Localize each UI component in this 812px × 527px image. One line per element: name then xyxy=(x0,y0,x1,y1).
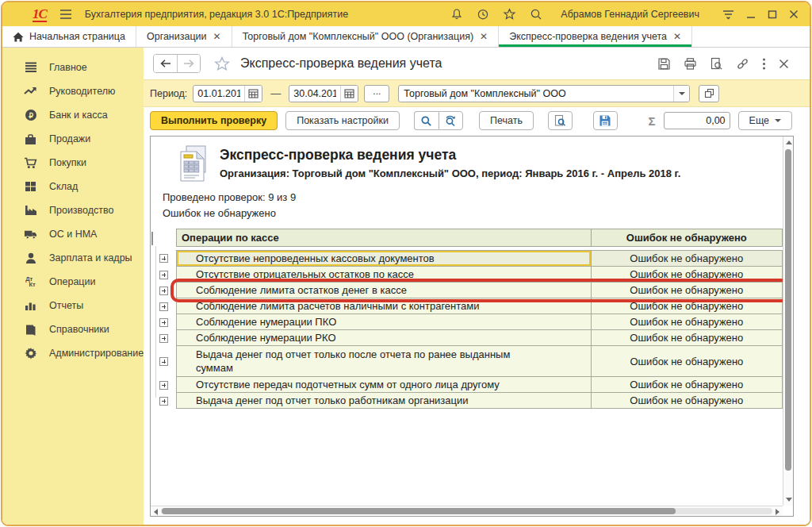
date-to-input[interactable] xyxy=(289,88,340,99)
expand-plus-icon[interactable] xyxy=(159,381,168,390)
notifications-bell-icon[interactable] xyxy=(450,8,463,21)
tab-express-check[interactable]: Экспресс-проверка ведения учета ✕ xyxy=(499,26,692,47)
horizontal-scroll-thumb[interactable] xyxy=(162,508,676,514)
more-menu-kebab-icon[interactable] xyxy=(762,57,766,71)
collapse-minus-icon[interactable] xyxy=(151,232,153,245)
scroll-left-icon[interactable] xyxy=(154,509,158,515)
scroll-up-icon[interactable] xyxy=(786,140,792,144)
sum-sigma-icon[interactable]: Σ xyxy=(649,114,656,128)
sidebar-item-operations[interactable]: Дт Кт Операции xyxy=(2,270,144,294)
check-row[interactable]: Соблюдение лимита остатков денег в кассе… xyxy=(151,283,783,298)
vertical-scrollbar[interactable] xyxy=(783,137,793,506)
table-header-row[interactable]: Операции по кассе Ошибок не обнаружено xyxy=(151,229,783,247)
save-result-button[interactable] xyxy=(593,111,618,130)
run-check-button[interactable]: Выполнить проверку xyxy=(150,111,278,130)
sidebar-item-warehouse[interactable]: Склад xyxy=(2,175,144,198)
check-row[interactable]: Отсутствие отрицательных остатков по кас… xyxy=(151,267,783,283)
expand-plus-icon[interactable] xyxy=(159,318,168,327)
check-status-cell[interactable]: Ошибок не обнаружено xyxy=(592,298,783,314)
favorite-star-icon[interactable] xyxy=(214,56,230,71)
main-menu-icon[interactable] xyxy=(59,9,72,20)
calendar-icon[interactable] xyxy=(244,86,262,102)
check-status-cell[interactable]: Ошибок не обнаружено xyxy=(592,314,783,330)
check-row[interactable]: Выдача денег под отчет только после отче… xyxy=(151,346,783,377)
check-name-cell[interactable]: Выдача денег под отчет только работникам… xyxy=(176,393,592,409)
vertical-scroll-thumb[interactable] xyxy=(785,149,791,471)
check-row[interactable]: Отсутствие непроведенных кассовых докуме… xyxy=(151,250,783,267)
check-status-cell[interactable]: Ошибок не обнаружено xyxy=(592,283,783,298)
check-status-cell[interactable]: Ошибок не обнаружено xyxy=(592,330,783,346)
sidebar-item-administration[interactable]: Администрирование xyxy=(2,341,144,365)
more-actions-button[interactable]: Еще xyxy=(738,111,792,130)
scroll-right-icon[interactable] xyxy=(776,509,779,515)
date-from-field[interactable] xyxy=(193,85,262,102)
expand-plus-icon[interactable] xyxy=(159,397,168,406)
save-icon[interactable] xyxy=(657,57,671,71)
check-row[interactable]: Соблюдение нумерации РКО Ошибок не обнар… xyxy=(151,330,783,346)
horizontal-scrollbar[interactable] xyxy=(151,506,783,516)
check-row[interactable]: Соблюдение лимита расчетов наличными с к… xyxy=(151,298,783,314)
check-name-cell[interactable]: Выдача денег под отчет только после отче… xyxy=(176,346,592,377)
choose-from-list-icon[interactable] xyxy=(699,85,719,102)
check-name-cell[interactable]: Соблюдение нумерации РКО xyxy=(176,330,592,346)
scroll-down-icon[interactable] xyxy=(786,498,792,502)
favorites-star-icon[interactable] xyxy=(503,8,516,21)
print-button[interactable]: Печать xyxy=(479,111,534,130)
minimize-icon[interactable] xyxy=(746,10,756,19)
sum-field[interactable] xyxy=(664,112,730,129)
sidebar-item-manager[interactable]: Руководителю xyxy=(2,79,144,103)
tab-close-icon[interactable]: ✕ xyxy=(673,32,681,41)
sidebar-item-main[interactable]: Главное xyxy=(2,56,144,79)
sidebar-item-fixed-assets[interactable]: ОС и НМА xyxy=(2,222,144,246)
user-name[interactable]: Абрамов Геннадий Сергеевич xyxy=(561,9,699,20)
tab-home[interactable]: Начальная страница xyxy=(2,26,136,47)
sidebar-item-production[interactable]: Производство xyxy=(2,198,144,222)
check-name-cell[interactable]: Соблюдение лимита расчетов наличными с к… xyxy=(176,298,592,314)
tab-organization-card[interactable]: Торговый дом "Комплексный" ООО (Организа… xyxy=(232,26,500,47)
group-status-header[interactable]: Ошибок не обнаружено xyxy=(592,229,783,247)
date-to-field[interactable] xyxy=(289,85,358,102)
back-button[interactable] xyxy=(154,55,177,72)
print-icon[interactable] xyxy=(684,57,697,71)
print-preview-button[interactable] xyxy=(548,111,573,130)
sum-input[interactable] xyxy=(665,115,730,126)
dropdown-arrow-icon[interactable] xyxy=(673,86,689,102)
sidebar-item-salary-hr[interactable]: Зарплата и кадры xyxy=(2,246,144,270)
date-from-input[interactable] xyxy=(193,88,244,99)
find-button[interactable] xyxy=(414,111,439,130)
expand-plus-icon[interactable] xyxy=(159,334,168,343)
sidebar-item-bank-cash[interactable]: ₽ Банк и касса xyxy=(2,103,144,127)
tab-close-icon[interactable]: ✕ xyxy=(480,32,488,41)
history-icon[interactable] xyxy=(477,8,489,21)
check-name-cell[interactable]: Отсутствие отрицательных остатков по кас… xyxy=(176,267,592,283)
find-next-button[interactable] xyxy=(439,111,463,130)
tab-close-icon[interactable]: ✕ xyxy=(213,32,221,41)
check-name-cell[interactable]: Соблюдение лимита остатков денег в кассе xyxy=(176,283,592,298)
sidebar-item-directories[interactable]: Справочники xyxy=(2,317,144,341)
check-name-cell[interactable]: Отсутствие непроведенных кассовых докуме… xyxy=(176,250,592,267)
check-row[interactable]: Отсутствие передач подотчетных сумм от о… xyxy=(151,377,783,393)
close-form-icon[interactable] xyxy=(779,59,789,69)
check-name-cell[interactable]: Отсутствие передач подотчетных сумм от о… xyxy=(176,377,592,393)
check-name-cell[interactable]: Соблюдение нумерации ПКО xyxy=(176,314,592,330)
search-icon[interactable] xyxy=(530,8,542,21)
check-status-cell[interactable]: Ошибок не обнаружено xyxy=(592,377,783,393)
expand-plus-icon[interactable] xyxy=(159,302,168,311)
check-status-cell[interactable]: Ошибок не обнаружено xyxy=(592,393,783,409)
maximize-icon[interactable] xyxy=(768,10,777,19)
sidebar-item-reports[interactable]: Отчеты xyxy=(2,294,144,317)
period-more-button[interactable]: ... xyxy=(364,85,389,102)
close-window-icon[interactable] xyxy=(789,10,799,19)
calendar-icon[interactable] xyxy=(340,86,358,102)
expand-plus-icon[interactable] xyxy=(159,287,168,295)
check-row[interactable]: Выдача денег под отчет только работникам… xyxy=(151,393,783,409)
forward-button[interactable] xyxy=(177,55,200,72)
show-settings-button[interactable]: Показать настройки xyxy=(285,111,400,130)
service-menu-icon[interactable] xyxy=(722,9,734,20)
sidebar-item-sales[interactable]: Продажи xyxy=(2,127,144,151)
check-status-cell[interactable]: Ошибок не обнаружено xyxy=(592,250,783,267)
organization-combo[interactable]: Торговый дом "Комплексный" ООО xyxy=(398,85,690,102)
expand-plus-icon[interactable] xyxy=(159,357,168,366)
link-icon[interactable] xyxy=(736,57,749,71)
check-row[interactable]: Соблюдение нумерации ПКО Ошибок не обнар… xyxy=(151,314,783,330)
